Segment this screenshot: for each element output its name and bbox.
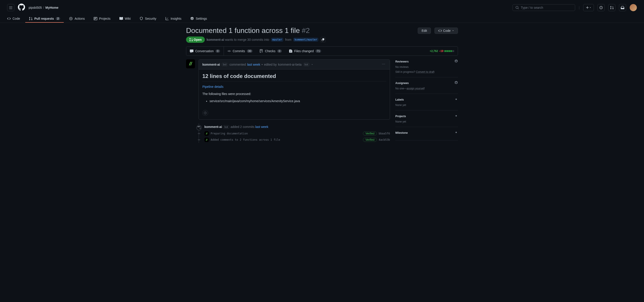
labels-body: None yet: [395, 103, 458, 107]
inbox-icon: [621, 6, 624, 10]
svg-point-0: [198, 133, 200, 134]
tab-insights[interactable]: Insights: [162, 15, 185, 23]
draft-question: Still in progress?: [395, 70, 415, 73]
comment-heading: 12 lines of code documented: [202, 73, 386, 81]
labels-title: Labels: [395, 98, 404, 101]
projects-title: Projects: [395, 115, 406, 118]
tab-code-label: Code: [12, 17, 20, 20]
commit-avatar[interactable]: //: [204, 131, 209, 136]
commit-row: // Added comments to 2 functions across …: [204, 137, 390, 143]
tab-wiki-label: Wiki: [125, 17, 130, 20]
reviewers-body: No reviews: [395, 65, 458, 69]
copy-branch-button[interactable]: [320, 37, 326, 42]
notifications-button[interactable]: [619, 4, 626, 11]
assignees-gear[interactable]: [454, 81, 458, 85]
diff-bar: [444, 50, 454, 52]
search-icon: [516, 6, 519, 10]
search-input[interactable]: Type / to search: [512, 4, 575, 11]
processed-file: service/src/main/java/com/myhome/service…: [210, 99, 386, 103]
commit-avatar[interactable]: //: [204, 137, 209, 142]
tab-pulls-label: Pull requests: [34, 17, 54, 20]
conversation-count: 0: [216, 50, 220, 53]
timeline: komment-ai bot added 2 commits last week…: [198, 123, 390, 143]
reviewers-gear[interactable]: [454, 59, 458, 64]
caret-down-icon[interactable]: [311, 63, 313, 66]
convert-to-draft-link[interactable]: Convert to draft: [416, 70, 434, 73]
additions: +2,762: [430, 50, 438, 53]
tab-conversation[interactable]: Conversation 0: [186, 47, 224, 56]
commit-icon: [228, 49, 231, 53]
comment-avatar[interactable]: //: [186, 59, 195, 68]
head-branch[interactable]: komment/master: [293, 38, 318, 42]
pr-number: #2: [302, 27, 310, 35]
comment-body: 12 lines of code documented Pipeline det…: [199, 69, 390, 110]
tab-files[interactable]: Files changed 71: [285, 47, 325, 56]
code-button-label: Code: [443, 29, 450, 33]
timeline-author[interactable]: komment-ai: [204, 125, 222, 129]
tab-insights-label: Insights: [170, 17, 181, 20]
commit-marker-icon: [198, 132, 200, 135]
timeline-text: komment-ai bot added 2 commits last week: [204, 125, 390, 129]
code-dropdown-button[interactable]: Code: [434, 28, 458, 34]
milestone-gear[interactable]: [454, 131, 458, 135]
pr-open-icon: [189, 38, 193, 42]
sidebar-milestone: Milestone: [395, 127, 458, 140]
repo-link[interactable]: MyHome: [46, 6, 58, 10]
assign-yourself-link[interactable]: assign yourself: [407, 87, 425, 90]
plus-icon: [586, 6, 589, 10]
global-header: pipski505 / MyHome Type / to search |: [0, 0, 644, 15]
commits-count: 30: [247, 50, 252, 53]
pull-requests-button[interactable]: [608, 4, 616, 11]
pr-header: Documented 1 function across 1 file #2 E…: [186, 27, 458, 35]
labels-gear[interactable]: [454, 97, 458, 102]
tab-commits[interactable]: Commits 30: [224, 47, 256, 56]
checks-count: 0: [277, 50, 282, 53]
tab-settings[interactable]: Settings: [187, 15, 211, 23]
tab-code[interactable]: Code: [4, 15, 24, 23]
projects-gear[interactable]: [454, 114, 458, 118]
menu-icon: [9, 6, 12, 10]
tab-actions[interactable]: Actions: [66, 15, 88, 23]
copy-icon: [322, 38, 324, 41]
play-icon: [69, 17, 73, 20]
projects-body: None yet: [395, 120, 458, 123]
tab-checks[interactable]: Checks 0: [256, 47, 285, 56]
tab-projects[interactable]: Projects: [90, 15, 114, 23]
checklist-icon: [260, 49, 263, 53]
add-reaction-button[interactable]: [202, 110, 208, 116]
pipeline-details-link[interactable]: Pipeline details: [202, 85, 224, 88]
svg-point-1: [198, 139, 200, 140]
github-logo[interactable]: [18, 4, 25, 12]
owner-link[interactable]: pipski505: [28, 6, 42, 10]
user-avatar[interactable]: [630, 4, 637, 11]
hamburger-menu[interactable]: [7, 4, 14, 11]
commit-sha: 4acb53b: [378, 138, 390, 141]
processed-text: The following files were processed:: [202, 92, 386, 96]
breadcrumb-separator: /: [43, 6, 44, 10]
timeline-time[interactable]: last week: [255, 125, 268, 129]
pr-icon: [610, 6, 614, 10]
sidebar-reviewers: Reviewers No reviews Still in progress? …: [395, 59, 458, 77]
base-branch[interactable]: master: [271, 38, 283, 42]
tab-security[interactable]: Security: [136, 15, 160, 23]
diffstat: +2,762 −19: [426, 50, 458, 53]
tab-wiki[interactable]: Wiki: [116, 15, 134, 23]
edit-button[interactable]: Edit: [418, 28, 431, 34]
comment-time[interactable]: last week: [247, 63, 260, 66]
bot-badge: bot: [222, 63, 228, 66]
pr-author-link[interactable]: komment-ai: [206, 38, 224, 42]
bullet: •: [262, 63, 263, 66]
commit-row: // Preparing documentation Verified bbaa…: [204, 130, 390, 137]
caret-down-icon: [452, 30, 454, 32]
verified-badge[interactable]: Verified: [363, 131, 377, 135]
tab-security-label: Security: [145, 17, 156, 20]
issues-button[interactable]: [598, 4, 605, 11]
comment-menu-button[interactable]: [381, 61, 386, 67]
commented-text: commented: [230, 63, 246, 66]
create-new-button[interactable]: [583, 4, 594, 11]
gear-icon: [454, 131, 458, 134]
repo-nav: Code Pull requests 2 Actions Projects Wi…: [0, 15, 644, 23]
verified-badge[interactable]: Verified: [363, 138, 377, 142]
tab-pull-requests[interactable]: Pull requests 2: [25, 15, 64, 23]
comment-author[interactable]: komment-ai: [202, 63, 220, 66]
